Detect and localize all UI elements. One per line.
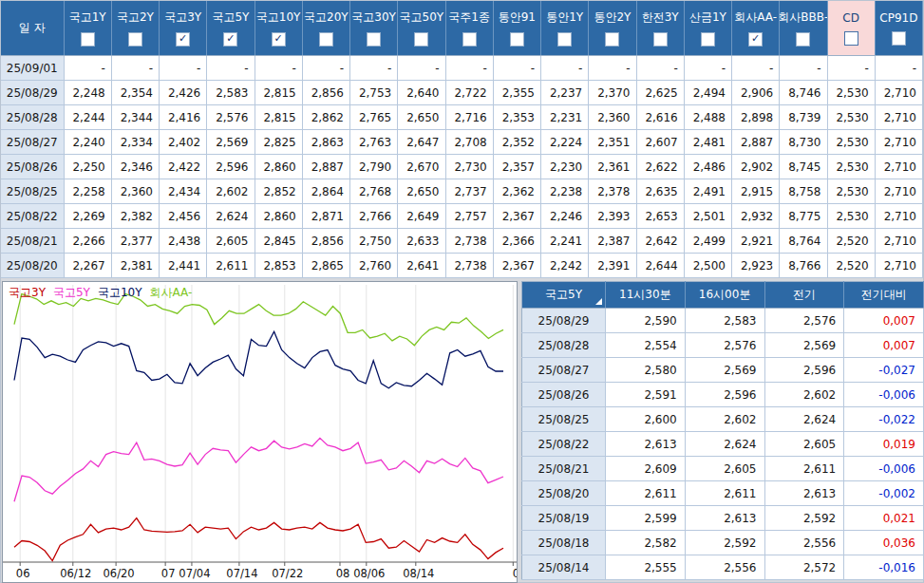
- series-checkbox[interactable]: [510, 32, 524, 47]
- time1600-value-cell: 2,613: [685, 506, 764, 531]
- yield-table-row[interactable]: 25/08/292,2482,3542,4262,5832,8152,8562,…: [1, 81, 923, 105]
- series-column-header[interactable]: 국고30Y: [350, 1, 398, 56]
- previous-value-cell: 2,602: [764, 383, 844, 407]
- series-column-header[interactable]: 국주1종: [445, 1, 493, 56]
- detail-table-row[interactable]: 25/08/142,5552,5562,572-0,016: [522, 555, 924, 580]
- change-value-cell: -0,006: [844, 383, 924, 407]
- series-checkbox[interactable]: ✓: [223, 32, 237, 47]
- series-column-label: 산금1Y: [689, 9, 726, 26]
- detail-table-row[interactable]: 25/08/222,6132,6242,6050,019: [522, 432, 924, 457]
- series-checkbox[interactable]: [605, 32, 619, 47]
- series-checkbox[interactable]: [892, 31, 906, 46]
- series-column-header[interactable]: 회사AA-✓: [732, 1, 780, 56]
- yield-table-row[interactable]: 25/08/202,2672,3812,4412,6112,8532,8652,…: [1, 254, 923, 278]
- previous-value-cell: 2,556: [764, 531, 844, 555]
- yield-table-row[interactable]: 25/08/222,2692,3822,4562,6242,8602,8712,…: [1, 204, 923, 229]
- detail-table-row[interactable]: 25/08/262,5912,5962,602-0,006: [522, 383, 924, 407]
- yield-value-cell: 2,438: [160, 229, 207, 254]
- detail-table-row[interactable]: 25/08/282,5542,5762,5690,007: [522, 333, 924, 358]
- series-column-header[interactable]: 통안1Y: [541, 1, 589, 56]
- series-column-header[interactable]: 국고10Y✓: [255, 1, 302, 56]
- yield-value-cell: 2,708: [445, 130, 493, 155]
- series-checkbox[interactable]: ✓: [748, 32, 763, 47]
- series-checkbox[interactable]: [319, 32, 333, 47]
- yield-table-row[interactable]: 25/08/262,2502,3462,4222,5962,8602,8872,…: [1, 155, 923, 179]
- date-cell: 25/08/19: [522, 506, 606, 531]
- detail-sort-header[interactable]: 국고5Y: [522, 282, 606, 309]
- yield-value-cell: 2,670: [398, 155, 445, 179]
- detail-column-header[interactable]: 전기대비: [844, 282, 924, 309]
- date-column-header: 일 자: [1, 1, 64, 56]
- series-checkbox[interactable]: [844, 31, 858, 46]
- yield-value-cell: 2,790: [350, 155, 398, 179]
- yield-table-row[interactable]: 25/08/212,2662,3772,4382,6052,8452,8562,…: [1, 229, 923, 254]
- series-checkbox[interactable]: [462, 32, 477, 47]
- detail-table-row[interactable]: 25/08/212,6092,6052,611-0,006: [522, 457, 924, 481]
- yield-value-cell: -: [111, 56, 159, 81]
- series-column-header[interactable]: 국고50Y: [398, 1, 445, 56]
- series-column-header[interactable]: 국고20Y: [302, 1, 349, 56]
- series-checkbox[interactable]: [367, 32, 381, 47]
- series-checkbox[interactable]: ✓: [272, 32, 286, 47]
- detail-table-row[interactable]: 25/08/202,6112,6112,613-0,002: [522, 481, 924, 506]
- yield-table-row[interactable]: 25/09/01------------------: [1, 56, 923, 81]
- series-checkbox[interactable]: [414, 32, 428, 47]
- series-column-header[interactable]: CD: [827, 1, 875, 56]
- series-column-header[interactable]: 국고3Y✓: [160, 1, 207, 56]
- yield-table-row[interactable]: 25/08/282,2442,3442,4162,5762,8152,8622,…: [1, 105, 923, 130]
- legend-item-ktb5y: 국고5Y: [53, 286, 90, 299]
- detail-table-row[interactable]: 25/08/192,5992,6132,5920,021: [522, 506, 924, 531]
- series-column-header[interactable]: 국고2Y: [111, 1, 159, 56]
- yield-value-cell: 2,765: [350, 105, 398, 130]
- detail-table-row[interactable]: 25/08/182,5822,5922,5560,036: [522, 531, 924, 555]
- date-cell: 25/08/22: [522, 432, 606, 457]
- yield-value-cell: 2,710: [875, 105, 922, 130]
- yield-value-cell: 8,766: [780, 254, 827, 278]
- yield-value-cell: 2,382: [111, 204, 159, 229]
- series-column-header[interactable]: 통안91: [493, 1, 540, 56]
- yield-value-cell: 2,520: [827, 254, 875, 278]
- change-value-cell: 0,021: [844, 506, 924, 531]
- series-column-header[interactable]: 통안2Y: [589, 1, 636, 56]
- yield-table-row[interactable]: 25/08/252,2582,3602,4342,6022,8522,8642,…: [1, 179, 923, 204]
- series-column-header[interactable]: 산금1Y: [684, 1, 731, 56]
- series-checkbox[interactable]: [653, 32, 668, 47]
- yield-value-cell: 2,710: [875, 229, 922, 254]
- yield-table-row[interactable]: 25/08/272,2402,3342,4022,5692,8252,8632,…: [1, 130, 923, 155]
- series-column-header[interactable]: CP91D: [875, 1, 922, 56]
- series-checkbox[interactable]: [557, 32, 572, 47]
- date-cell: 25/08/27: [522, 358, 606, 383]
- x-axis-label: 07/14: [226, 567, 257, 580]
- series-column-header[interactable]: 한전3Y: [636, 1, 684, 56]
- time1130-value-cell: 2,590: [606, 309, 686, 333]
- time1600-value-cell: 2,576: [685, 333, 764, 358]
- series-column-header[interactable]: 국고5Y✓: [207, 1, 255, 56]
- detail-column-header[interactable]: 전기: [764, 282, 844, 309]
- yield-value-cell: 2,269: [64, 204, 111, 229]
- detail-column-header[interactable]: 16시00분: [685, 282, 764, 309]
- x-axis-label: 07/04: [179, 567, 210, 580]
- series-checkbox[interactable]: [796, 32, 810, 47]
- detail-table-row[interactable]: 25/08/292,5902,5832,5760,007: [522, 309, 924, 333]
- series-column-header[interactable]: 회사BBB-: [780, 1, 827, 56]
- series-checkbox[interactable]: [128, 32, 142, 47]
- detail-column-header[interactable]: 11시30분: [606, 282, 686, 309]
- series-column-label: CP91D: [879, 11, 917, 25]
- yield-value-cell: 2,825: [255, 130, 302, 155]
- yield-value-cell: 2,860: [255, 204, 302, 229]
- x-axis-label: 06/20: [104, 567, 135, 580]
- series-column-header[interactable]: 국고1Y: [64, 1, 111, 56]
- date-cell: 25/08/29: [1, 81, 64, 105]
- detail-table-row[interactable]: 25/08/252,6002,6022,624-0,022: [522, 407, 924, 432]
- detail-table-row[interactable]: 25/08/272,5802,5692,596-0,027: [522, 358, 924, 383]
- series-column-label: 국고10Y: [256, 9, 301, 26]
- yield-value-cell: 2,768: [350, 179, 398, 204]
- date-cell: 25/08/18: [522, 531, 606, 555]
- yield-value-cell: 2,856: [302, 81, 349, 105]
- yield-value-cell: 2,258: [64, 179, 111, 204]
- yield-value-cell: 2,361: [589, 155, 636, 179]
- series-checkbox[interactable]: [81, 32, 95, 47]
- series-checkbox[interactable]: [701, 32, 715, 47]
- yield-value-cell: 2,346: [111, 155, 159, 179]
- series-checkbox[interactable]: ✓: [176, 32, 190, 47]
